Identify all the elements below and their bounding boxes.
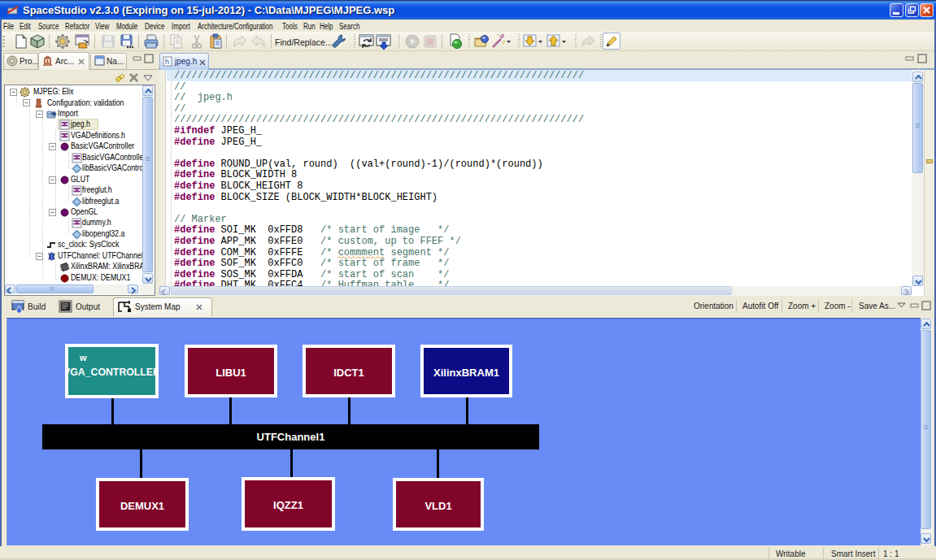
svg-text:h: h — [165, 58, 169, 66]
